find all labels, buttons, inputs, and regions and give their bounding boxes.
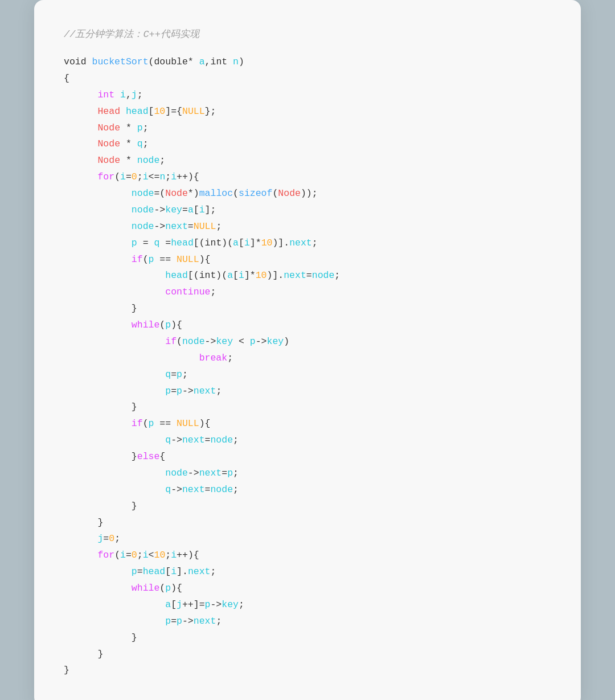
comment-line: //五分钟学算法：C++代码实现 [64,27,551,40]
code-block: void bucketSort(double* a,int n) { int i… [64,54,551,679]
code-card: //五分钟学算法：C++代码实现 void bucketSort(double*… [34,0,581,700]
